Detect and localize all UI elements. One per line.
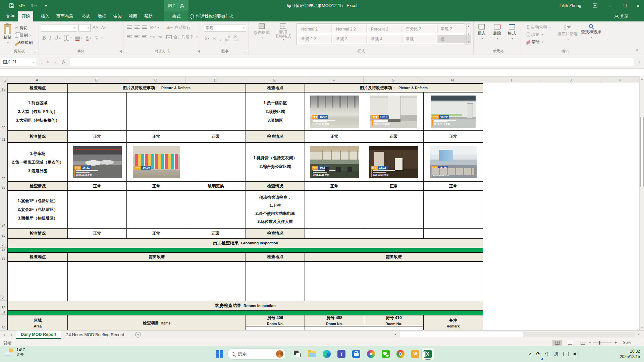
cell-g24[interactable] [364, 191, 424, 229]
format-as-table-button[interactable]: 套用表格格式 ▾ [275, 23, 291, 41]
cell-e19[interactable]: 检查地点 [246, 84, 305, 93]
increase-indent-icon[interactable]: ⇥≡ [157, 35, 162, 39]
decrease-indent-icon[interactable]: ⇤≡ [150, 35, 155, 39]
cell-f21[interactable]: 正常 [305, 131, 364, 143]
cell-e32[interactable]: 房号 406Room No. [246, 315, 305, 326]
cell-h25[interactable] [424, 229, 483, 239]
tab-insert[interactable]: 插入 [38, 11, 53, 21]
horizontal-scroll-thumb[interactable] [400, 332, 524, 337]
cell-a24[interactable]: 1.宴会1F（包括后区）2.宴会2F（包括后区）3.西餐厅（包括后区） [8, 191, 68, 229]
account-name[interactable]: Lilith Zhong [559, 0, 581, 11]
cell-h22[interactable]: 打卡16:16 2025.12.15 星期一 [424, 143, 483, 182]
scroll-up-icon[interactable]: ▲ [640, 76, 644, 81]
col-header-a[interactable]: A [7, 77, 67, 83]
cell-a29[interactable] [8, 262, 68, 301]
italic-icon[interactable]: I [49, 35, 51, 41]
cell-a19[interactable]: 检查地点 [8, 84, 68, 93]
undo-button[interactable]: ↺▾ [17, 2, 26, 9]
col-header-h[interactable]: H [423, 77, 482, 83]
cell-b28-merged[interactable]: 需要改进 [68, 253, 246, 262]
photo-open-office[interactable]: 打卡16:16 2025.12.15 星期一 [430, 146, 477, 178]
row-header[interactable]: 20 [0, 92, 7, 130]
font-size-combobox[interactable]: ▾ [78, 24, 91, 32]
col-header-g[interactable]: G [364, 77, 423, 83]
number-dialog-launcher[interactable] [244, 50, 247, 53]
format-cells-button[interactable]: 格式▾ [508, 24, 516, 40]
edge-icon[interactable] [322, 349, 331, 359]
col-header-j[interactable]: J [541, 77, 600, 83]
cell-g22[interactable]: 打卡16:16 2025.12.15 星期一 [364, 143, 424, 182]
green-divider-row[interactable] [8, 248, 483, 253]
style-changgui22[interactable]: 常规 2 2 [298, 35, 332, 43]
cell-e22[interactable]: 1.健身房（包括更衣间）2.综合办公室区域 [246, 143, 305, 182]
cell-c22[interactable]: 打卡16:20 2025.12.15 星期一 [127, 143, 186, 182]
enter-icon[interactable]: ✓ [52, 58, 60, 66]
cell-b22[interactable]: 打卡16:21 2025.12.15 星期一 [68, 143, 127, 182]
cell-b32-merged[interactable]: 检查项目Items [68, 315, 246, 331]
cell-f22[interactable]: 打卡16:14 2025.12.15 星期一 [305, 143, 364, 182]
cell-f20[interactable]: 打卡16:22 2025.12.15 星期一 [305, 93, 364, 131]
format-painter-button[interactable]: 格式刷 [15, 39, 33, 46]
insert-cells-button[interactable]: 插入▾ [478, 24, 486, 40]
formula-input[interactable] [70, 58, 634, 66]
store-icon[interactable] [352, 349, 361, 359]
photo-office-corridor[interactable]: 打卡16:16 2025.12.15 星期一 [369, 146, 418, 178]
row-header[interactable]: 30 [0, 301, 7, 310]
cell-g20[interactable]: 打卡16:18 2025.12.15 星期一 [364, 93, 424, 131]
row-header[interactable]: 31 [0, 310, 7, 315]
align-middle-icon[interactable] [135, 25, 140, 29]
cell-h20[interactable]: 打卡16:22 2025.12.15 星期一 [424, 93, 483, 131]
cell-a25[interactable]: 检查情况 [8, 229, 68, 239]
align-left-icon[interactable] [127, 35, 132, 39]
cell-g21[interactable]: 正常 [364, 131, 424, 143]
photo-rooftop-area[interactable]: 打卡16:18 2025.12.15 星期一 [370, 96, 417, 128]
expand-formula-bar-icon[interactable]: ˅ [635, 58, 643, 66]
cell-g25[interactable] [364, 229, 424, 239]
accounting-format-icon[interactable]: $▾ [205, 36, 209, 41]
cell-e23[interactable]: 检查情况 [246, 182, 305, 191]
conditional-formatting-button[interactable]: 条件格式 ▾ [254, 23, 270, 40]
sheet-nav-left-icon[interactable]: ◂ [0, 330, 8, 339]
col-header-b[interactable]: B [67, 77, 126, 83]
normal-view-button[interactable] [552, 340, 562, 346]
section-grooming-inspection[interactable]: 员工检查结果Grooming Inspection [8, 239, 483, 248]
phonetic-guide-icon[interactable]: wén文 [95, 35, 100, 41]
start-button[interactable] [215, 349, 224, 359]
cell-e25[interactable]: 检查情况 [246, 229, 305, 239]
task-view-button[interactable] [292, 349, 302, 359]
number-format-combobox[interactable]: 常规▾ [204, 24, 246, 32]
style-changgui4[interactable]: 常规 4 [368, 35, 401, 43]
zoom-out-button[interactable]: − [589, 340, 591, 345]
cell-d22[interactable] [186, 143, 246, 182]
redo-button[interactable]: ↻▾ [30, 2, 38, 9]
row-header[interactable]: 32 [0, 315, 7, 330]
tab-file[interactable]: 文件 [3, 11, 18, 21]
row-header[interactable]: 24 [0, 190, 7, 228]
cell-e20[interactable]: 1.负一楼后区2.顶楼区域3.吸烟区 [246, 93, 305, 131]
col-header-e[interactable]: E [245, 77, 304, 83]
cell-a20[interactable]: 1.前台区域2.大堂（包括卫生间）3.大堂吧（包括备餐间） [8, 93, 68, 131]
cell-b29-merged[interactable] [68, 262, 246, 301]
sort-filter-button[interactable]: AZ 排序和筛选▾ [557, 24, 578, 41]
row-header[interactable]: 26 [0, 238, 7, 248]
row-header[interactable]: 28 [0, 252, 7, 261]
gallery-more-icon[interactable]: ⊽ [468, 41, 469, 44]
wrap-text-button[interactable]: ab↩ 自动换行 [166, 25, 191, 31]
search-box[interactable]: 搜索 [227, 348, 286, 360]
cell-d25[interactable]: 正常 [186, 229, 246, 239]
zoom-level[interactable]: 85% [623, 340, 631, 345]
ribbon-display-options-button[interactable] [588, 0, 602, 11]
cell-a32[interactable]: 区域Area [8, 315, 68, 331]
row-header[interactable]: 23 [0, 181, 7, 190]
vertical-scrollbar[interactable]: ▲ ▼ [639, 76, 644, 330]
new-sheet-button[interactable]: + [135, 332, 141, 338]
col-header-f[interactable]: F [304, 77, 364, 83]
cell-c21[interactable]: 正常 [127, 131, 186, 143]
cell-h23[interactable]: 正常 [424, 182, 483, 191]
font-color-icon[interactable]: A [86, 36, 89, 41]
autosum-button[interactable]: Σ自动求和▾ [527, 23, 551, 31]
page-layout-view-button[interactable] [565, 340, 575, 346]
zoom-slider[interactable] [593, 343, 612, 343]
volume-icon[interactable] [571, 347, 581, 361]
photo-gym[interactable]: 打卡16:14 2025.12.15 星期一 [310, 146, 359, 178]
